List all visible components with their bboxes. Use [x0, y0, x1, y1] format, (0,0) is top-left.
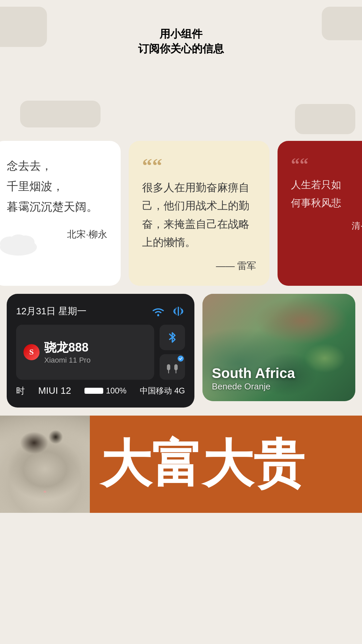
svg-point-3 [10, 234, 27, 247]
bluetooth-icon-box [160, 325, 185, 350]
quote-card-nalan: ““ 人生若只如 何事秋风悲 清·纳 [278, 141, 362, 286]
fortune-text: 大富大贵 [101, 439, 304, 490]
device-date: 12月31日 星期一 [16, 305, 86, 318]
leijun-author: —— 雷军 [142, 260, 256, 272]
battery-percent: 100% [106, 386, 126, 395]
bottom-section: 大富大贵 [0, 416, 362, 513]
cat-image [0, 416, 90, 513]
bluetooth-icon [167, 330, 178, 345]
map-region: Benede Oranje [212, 381, 295, 392]
chip-name: 骁龙888 [44, 339, 90, 356]
airpods-icon [165, 360, 180, 374]
fortune-card: 大富大贵 [90, 416, 362, 513]
cat-card [0, 416, 90, 513]
quote-card-leijun: ““ 很多人在用勤奋麻痹自己，他们用战术上的勤奋，来掩盖自己在战略上的懒惰。 —… [129, 141, 269, 286]
nalan-author: 清·纳 [291, 220, 362, 232]
map-country: South Africa [212, 365, 295, 381]
quote-mark-2: ““ [142, 156, 256, 176]
signal-icon [172, 305, 185, 318]
map-widget: South Africa Benede Oranje [202, 294, 355, 401]
quote-card-poem: 念去去， 千里烟波， 暮霭沉沉楚天阔。 北宋·柳永 [0, 141, 121, 286]
snapdragon-logo: S [23, 344, 40, 360]
svg-point-4 [157, 314, 159, 316]
deco-rect-4 [295, 104, 355, 134]
leijun-text: 很多人在用勤奋麻痹自己，他们用战术上的勤奋，来掩盖自己在战略上的懒惰。 [142, 178, 256, 252]
deco-rect-3 [20, 101, 101, 127]
quotes-section: 念去去， 千里烟波， 暮霭沉沉楚天阔。 北宋·柳永 ““ 很多人在用勤奋麻痹自己… [0, 141, 362, 286]
device-widget: 12月31日 星期一 [7, 294, 194, 408]
cloud-deco [0, 229, 40, 256]
svg-rect-6 [167, 364, 170, 370]
nalan-text: 人生若只如 何事秋风悲 [291, 176, 362, 212]
quote-mark-3: ““ [291, 156, 362, 173]
airpods-icon-box [160, 354, 185, 380]
hero-section: 用小组件 订阅你关心的信息 [0, 0, 362, 141]
map-image: South Africa Benede Oranje [202, 294, 355, 401]
hero-title: 用小组件 订阅你关心的信息 [20, 27, 342, 56]
device-miui: MIUI 12 [38, 385, 71, 396]
device-time-label: 时 [16, 385, 25, 397]
battery-bar [84, 388, 103, 394]
wifi-icon [151, 305, 166, 317]
svg-rect-8 [174, 364, 178, 370]
device-carrier: 中国移动 4G [140, 385, 185, 396]
devices-section: 12月31日 星期一 [0, 286, 362, 408]
phone-model: Xiaomi 11 Pro [44, 356, 90, 365]
poem-text: 念去去， 千里烟波， 暮霭沉沉楚天阔。 [7, 156, 107, 217]
